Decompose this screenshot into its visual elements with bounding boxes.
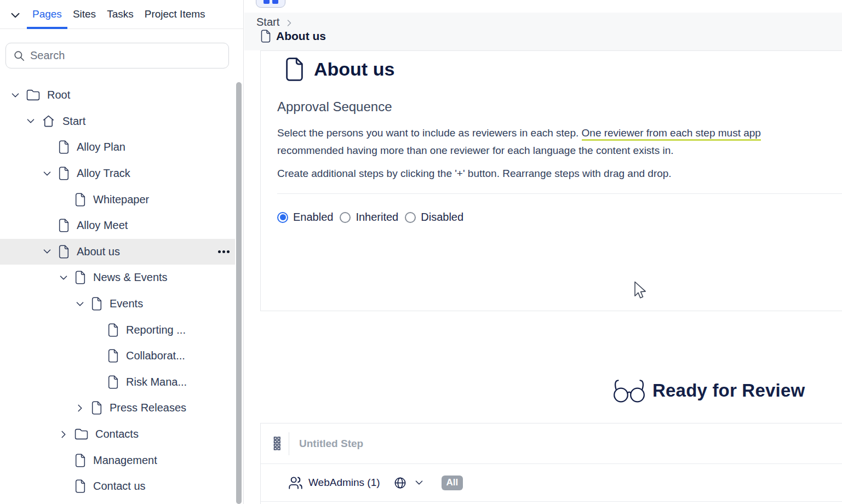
radio-inherited-label: Inherited <box>356 211 398 224</box>
radio-option-enabled: Enabled <box>277 211 333 224</box>
tree-item-events[interactable]: Events <box>0 291 235 317</box>
page-icon <box>58 167 70 180</box>
chevron-down-icon[interactable] <box>24 115 37 127</box>
radio-inherited[interactable] <box>340 212 351 223</box>
tab-tasks-label: Tasks <box>107 8 134 20</box>
page-tree-sidebar: Pages Sites Tasks Project Items Root Sta… <box>0 0 244 504</box>
tree-item-label: Contact us <box>93 480 146 492</box>
breadcrumb-parent[interactable]: Start <box>256 16 279 28</box>
tree-item-label: Root <box>47 89 70 101</box>
page-icon <box>75 479 86 493</box>
page-icon <box>107 375 119 389</box>
search-input[interactable] <box>6 43 228 68</box>
approval-sequence-card: About us Approval Sequence Select the pe… <box>260 50 842 311</box>
chevron-right-icon[interactable] <box>73 402 87 414</box>
status-heading-block: Ready for Review <box>612 377 805 404</box>
page-icon <box>58 140 70 154</box>
tree-item-alloy-plan[interactable]: Alloy Plan <box>0 134 235 161</box>
description-highlighted-text: One reviewer from each step must app <box>582 127 761 141</box>
status-heading: Ready for Review <box>652 380 805 401</box>
panel-toggle-icon <box>264 0 270 4</box>
tree-item-label: Alloy Track <box>77 167 130 180</box>
tree-item-whitepaper[interactable]: Whitepaper <box>0 186 235 213</box>
folder-icon <box>75 428 88 440</box>
tree-item-alloy-track[interactable]: Alloy Track <box>0 161 235 187</box>
sidebar-tab-bar: Pages Sites Tasks Project Items <box>0 0 243 29</box>
tree-item-reporting[interactable]: Reporting ... <box>0 317 235 343</box>
tab-pages-label: Pages <box>32 8 62 20</box>
tree-item-about-us[interactable]: About us <box>0 239 235 265</box>
page-icon <box>260 30 271 43</box>
main-pane: Start About us About us Approval Sequenc… <box>244 0 842 504</box>
page-icon <box>75 193 86 207</box>
step-name-input[interactable] <box>299 438 518 450</box>
chevron-down-icon[interactable] <box>57 272 70 284</box>
radio-enabled-label: Enabled <box>293 211 333 224</box>
breadcrumb-band <box>244 13 842 50</box>
tree-item-root[interactable]: Root <box>0 82 235 108</box>
panel-toggle-icon <box>272 0 278 4</box>
tree-item-label: Press Releases <box>110 402 186 414</box>
tree-item-alloy-meet[interactable]: Alloy Meet <box>0 213 235 239</box>
radio-disabled-label: Disabled <box>421 211 463 224</box>
sidebar-scrollbar-thumb[interactable] <box>236 82 242 504</box>
toggle-panel-button[interactable] <box>256 0 285 8</box>
tree-item-label: Risk Mana... <box>126 376 187 388</box>
reviewer-group-name: WebAdmins (1) <box>308 477 380 489</box>
tree-item-start[interactable]: Start <box>0 108 235 135</box>
chevron-down-icon[interactable] <box>41 168 54 180</box>
tree-item-label: News & Events <box>93 271 168 284</box>
chevron-right-icon[interactable] <box>57 428 70 440</box>
page-title: About us <box>314 56 394 82</box>
section-heading: Approval Sequence <box>277 99 392 114</box>
language-dropdown-chevron-icon[interactable] <box>413 477 425 489</box>
tree-item-label: Collaborat... <box>126 350 185 362</box>
tree-item-label: Start <box>62 115 85 128</box>
tree-item-management[interactable]: Management <box>0 447 235 473</box>
tree-item-label: Events <box>110 297 143 310</box>
radio-enabled[interactable] <box>277 212 288 223</box>
tree-item-risk-management[interactable]: Risk Mana... <box>0 369 235 396</box>
tab-sites[interactable]: Sites <box>67 0 101 29</box>
tab-tasks[interactable]: Tasks <box>101 0 139 29</box>
chevron-down-icon[interactable] <box>9 89 22 101</box>
chevron-down-icon[interactable] <box>41 245 54 257</box>
tab-pages[interactable]: Pages <box>27 0 67 29</box>
language-badge: All <box>442 476 463 490</box>
tree-item-press-releases[interactable]: Press Releases <box>0 395 235 421</box>
tab-project-items[interactable]: Project Items <box>139 0 211 29</box>
radio-option-inherited: Inherited <box>340 211 398 224</box>
description-line-1: Select the persons you want to include a… <box>277 124 842 142</box>
tree-item-contacts[interactable]: Contacts <box>0 421 235 448</box>
page-icon <box>58 219 70 232</box>
approval-mode-radio-group: Enabled Inherited Disabled <box>277 211 463 224</box>
page-title-icon <box>284 57 305 84</box>
glasses-icon <box>612 377 648 404</box>
tree-item-label: Management <box>93 454 157 467</box>
page-icon <box>91 401 102 415</box>
search-box <box>5 43 229 68</box>
row-options-ellipsis-icon[interactable] <box>218 250 221 253</box>
tree-item-label: Reporting ... <box>126 324 186 336</box>
globe-icon[interactable] <box>393 476 407 490</box>
app-window: Pages Sites Tasks Project Items Root Sta… <box>0 0 842 504</box>
breadcrumb-current-label: About us <box>276 30 326 43</box>
page-tree: Root Start Alloy Plan Alloy Track Whitep… <box>0 82 235 500</box>
drag-handle-icon[interactable] <box>273 437 280 450</box>
radio-disabled[interactable] <box>405 212 416 223</box>
page-icon <box>75 454 86 467</box>
tree-item-label: Contacts <box>95 428 139 440</box>
chevron-down-icon[interactable] <box>73 298 87 310</box>
tree-item-label: Whitepaper <box>93 193 149 206</box>
tree-item-label: About us <box>77 245 120 258</box>
tree-item-collaborate[interactable]: Collaborat... <box>0 343 235 369</box>
collapse-panel-chevron-icon[interactable] <box>8 8 22 22</box>
tree-item-contact-us[interactable]: Contact us <box>0 473 235 500</box>
tree-item-label: Alloy Meet <box>77 219 128 232</box>
tree-item-news-events[interactable]: News & Events <box>0 265 235 291</box>
divider <box>289 432 289 455</box>
users-icon <box>288 476 303 490</box>
breadcrumb-chevron-right-icon <box>284 18 295 28</box>
page-icon <box>58 245 70 259</box>
tab-sites-label: Sites <box>73 8 96 20</box>
